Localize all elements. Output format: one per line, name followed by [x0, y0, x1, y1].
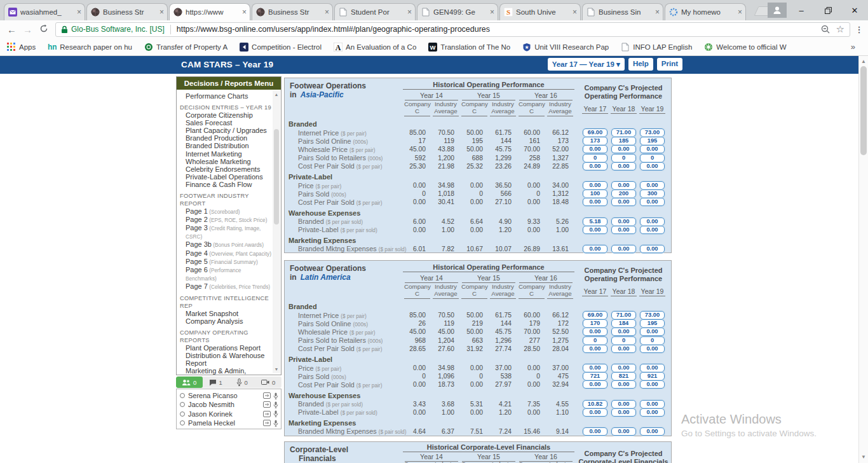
- sidebar-menu-item[interactable]: Finance & Cash Flow: [180, 181, 272, 188]
- sidebar-menu-item[interactable]: Page 4 (Overview, Plant Capacity): [180, 249, 272, 258]
- print-button[interactable]: Print: [657, 58, 682, 71]
- year-range-button[interactable]: Year 17 — Year 19 ▾: [548, 58, 625, 71]
- sidebar-menu-item[interactable]: Corporate Citizenship: [180, 111, 272, 119]
- refresh-button[interactable]: [36, 24, 51, 35]
- projection-input[interactable]: 0.00: [583, 328, 607, 336]
- projection-input[interactable]: 0.00: [611, 328, 636, 336]
- projection-input[interactable]: 0.00: [583, 427, 607, 436]
- projection-input[interactable]: 195: [640, 137, 665, 145]
- participant-row[interactable]: Jacob Nesmith: [180, 400, 278, 409]
- zoom-out-icon[interactable]: [821, 25, 830, 34]
- projection-input[interactable]: 0.00: [611, 218, 636, 226]
- sidebar-menu-item[interactable]: Sales Forecast: [180, 119, 272, 127]
- projection-input[interactable]: 0.00: [611, 408, 636, 417]
- projection-input[interactable]: 0.00: [583, 181, 607, 190]
- bookmark-item[interactable]: Welcome to official W: [703, 42, 786, 52]
- browser-tab[interactable]: Business Str×: [86, 3, 168, 20]
- projection-input[interactable]: 0.00: [583, 226, 607, 234]
- projection-input[interactable]: 0.00: [640, 218, 665, 226]
- projection-input[interactable]: 73.00: [640, 128, 665, 137]
- projection-input[interactable]: 0: [583, 154, 607, 162]
- projection-input[interactable]: 0.00: [611, 364, 636, 372]
- sidebar-menu-item[interactable]: Marketing & Admin, Private-Label: [180, 367, 272, 375]
- sidebar-menu-item[interactable]: Private-Label Operations: [180, 173, 272, 181]
- apps-button[interactable]: Apps: [6, 42, 36, 52]
- projection-input[interactable]: 0.00: [640, 226, 665, 234]
- profile-button[interactable]: [768, 3, 787, 18]
- help-button[interactable]: Help: [628, 58, 653, 71]
- projection-input[interactable]: 0.00: [611, 145, 636, 153]
- bookmark-item[interactable]: WTranslation of The No: [428, 42, 510, 52]
- tab-close-icon[interactable]: ×: [325, 8, 329, 17]
- projection-input[interactable]: 0.00: [611, 400, 636, 408]
- projection-input[interactable]: 0.00: [611, 162, 636, 170]
- projection-input[interactable]: 0.00: [640, 427, 665, 436]
- sidebar-menu-item[interactable]: Page 6 (Performance Benchmarks): [180, 266, 272, 282]
- projection-input[interactable]: 0.00: [611, 226, 636, 234]
- scroll-thumb[interactable]: [860, 66, 867, 155]
- projection-input[interactable]: 185: [611, 137, 636, 145]
- bookmark-item[interactable]: AAn Evaluation of a Co: [333, 42, 416, 52]
- projection-input[interactable]: 0: [640, 336, 665, 345]
- close-button[interactable]: ✕: [841, 0, 868, 20]
- sidebar-menu-item[interactable]: Page 5 (Financial Summary): [180, 258, 272, 266]
- sidebar-menu-item[interactable]: Page 3 (Credit Rating, Image, CSRC): [180, 224, 272, 240]
- projection-input[interactable]: 300: [640, 190, 665, 198]
- bookmarks-overflow-icon[interactable]: »: [851, 42, 862, 52]
- browser-tab[interactable]: Business Sin×: [582, 3, 663, 20]
- participant-row[interactable]: Serena Picanso: [180, 391, 278, 400]
- tab-close-icon[interactable]: ×: [77, 8, 81, 17]
- projection-input[interactable]: 0.00: [583, 345, 607, 353]
- projection-input[interactable]: 195: [640, 319, 665, 328]
- projection-input[interactable]: 71.00: [611, 128, 636, 137]
- scroll-up-icon[interactable]: ▲: [859, 59, 868, 65]
- bookmark-item[interactable]: hnResearch paper on hu: [47, 42, 132, 52]
- browser-tab[interactable]: SSouth Unive×: [499, 3, 581, 20]
- projection-input[interactable]: 5.18: [583, 218, 607, 226]
- projection-input[interactable]: 0.00: [640, 408, 665, 417]
- back-button[interactable]: ←: [4, 24, 20, 35]
- projection-input[interactable]: 0.00: [583, 198, 607, 206]
- sidebar-menu-item[interactable]: Internet Marketing: [180, 150, 272, 158]
- projection-input[interactable]: 0.00: [640, 380, 665, 389]
- projection-input[interactable]: 0.00: [611, 181, 636, 190]
- sidebar-menu-item[interactable]: Market Snapshot: [180, 310, 272, 317]
- projection-input[interactable]: 100: [583, 190, 607, 198]
- chat-tab-people[interactable]: 0: [176, 377, 203, 388]
- sidebar-menu-item[interactable]: Page 2 (EPS, ROE, Stock Price): [180, 216, 272, 224]
- page-scrollbar[interactable]: ▲ ▼: [858, 56, 868, 463]
- bookmark-item[interactable]: ★Unit VIII Research Pap: [522, 42, 609, 52]
- chat-tab-microphone[interactable]: 0: [229, 377, 255, 388]
- browser-tab[interactable]: wasiahmed_×: [4, 3, 85, 20]
- tab-close-icon[interactable]: ×: [159, 8, 164, 17]
- projection-input[interactable]: 0.00: [611, 245, 636, 253]
- projection-input[interactable]: 0.00: [583, 380, 607, 389]
- sidebar-menu-item[interactable]: Branded Production: [180, 134, 272, 142]
- sidebar-menu-item[interactable]: Distribution & Warehouse Report: [180, 352, 272, 367]
- projection-input[interactable]: 69.00: [583, 128, 607, 137]
- bookmark-item[interactable]: Competition - Electrol: [239, 42, 322, 52]
- sidebar-menu-item[interactable]: Page 7 (Celebrities, Price Trends): [180, 282, 272, 291]
- tab-close-icon[interactable]: ×: [490, 8, 494, 17]
- scroll-up-icon[interactable]: ▲: [273, 92, 280, 98]
- projection-input[interactable]: 0.00: [640, 364, 665, 372]
- projection-input[interactable]: 0: [640, 154, 665, 162]
- restore-button[interactable]: [815, 0, 841, 20]
- sidebar-menu-item[interactable]: Wholesale Marketing: [180, 158, 272, 165]
- projection-input[interactable]: 0.00: [611, 345, 636, 353]
- participant-row[interactable]: Pamela Heckel: [180, 418, 278, 427]
- sidebar-menu-item[interactable]: Plant Operations Report: [180, 344, 272, 352]
- projection-input[interactable]: 0.00: [640, 345, 665, 353]
- sidebar-menu-item[interactable]: Branded Distribution: [180, 142, 272, 149]
- bookmark-star-icon[interactable]: ☆: [836, 24, 844, 35]
- projection-input[interactable]: 0: [583, 336, 607, 345]
- projection-input[interactable]: 821: [611, 372, 636, 380]
- sidebar-menu-item[interactable]: Page 1 (Scoreboard): [180, 207, 272, 216]
- browser-tab[interactable]: My homewo×: [665, 3, 746, 20]
- projection-input[interactable]: 10.82: [583, 400, 607, 408]
- projection-input[interactable]: 0.00: [611, 427, 636, 436]
- projection-input[interactable]: 200: [611, 190, 636, 198]
- chat-tab-camera[interactable]: 0: [255, 377, 282, 388]
- participant-row[interactable]: Jason Korinek: [180, 410, 278, 418]
- browser-menu-icon[interactable]: ⋮: [854, 25, 864, 34]
